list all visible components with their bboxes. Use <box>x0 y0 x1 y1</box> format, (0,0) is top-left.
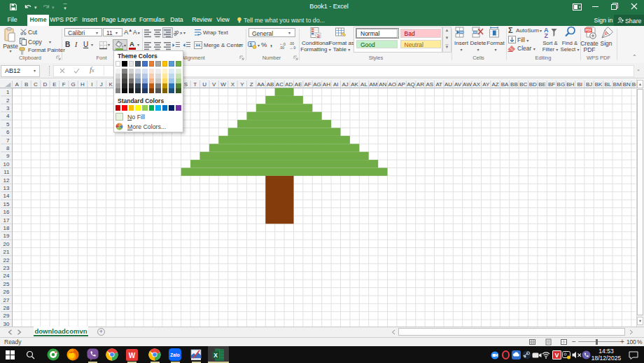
svg-text:10: 10 <box>4 161 10 167</box>
svg-text:20: 20 <box>4 241 10 247</box>
svg-text:V: V <box>554 352 559 359</box>
svg-text:17: 17 <box>4 217 10 224</box>
svg-text:8: 8 <box>6 145 10 151</box>
svg-text:BE: BE <box>538 81 546 88</box>
svg-text:Y: Y <box>240 81 244 88</box>
svg-text:2: 2 <box>6 97 10 104</box>
svg-text:F: F <box>62 81 66 88</box>
svg-text:BI: BI <box>577 81 582 88</box>
svg-text:A: A <box>15 81 20 88</box>
svg-text:AT: AT <box>435 81 442 88</box>
svg-text:18: 18 <box>4 225 10 231</box>
svg-text:7: 7 <box>6 137 10 144</box>
svg-text:K: K <box>109 81 113 88</box>
svg-text:AD: AD <box>285 81 293 88</box>
svg-text:21: 21 <box>4 249 10 255</box>
svg-text:AI: AI <box>333 81 339 88</box>
svg-text:PDF: PDF <box>585 29 592 32</box>
svg-text:J: J <box>100 81 103 88</box>
svg-text:AG: AG <box>313 81 321 88</box>
svg-text:BD: BD <box>529 81 537 88</box>
svg-text:BB: BB <box>510 81 518 88</box>
svg-text:U: U <box>202 81 206 88</box>
svg-text:AR: AR <box>416 81 424 88</box>
svg-text:AK: AK <box>351 81 358 88</box>
svg-text:AX: AX <box>472 81 480 88</box>
svg-text:BF: BF <box>548 81 555 88</box>
svg-text:Z: Z <box>250 81 253 88</box>
svg-text:14: 14 <box>4 193 10 199</box>
svg-text:AH: AH <box>323 81 330 88</box>
svg-text:24: 24 <box>4 273 10 279</box>
svg-text:AZ: AZ <box>491 81 498 88</box>
svg-text:→.0: →.0 <box>289 46 295 50</box>
svg-text:9: 9 <box>6 153 10 159</box>
svg-text:T: T <box>193 81 197 88</box>
svg-text:AY: AY <box>482 81 490 88</box>
svg-text:6: 6 <box>6 129 10 135</box>
svg-text:W: W <box>220 81 226 88</box>
svg-text:X: X <box>231 81 235 88</box>
svg-text:AP: AP <box>398 81 405 88</box>
svg-text:AS: AS <box>426 81 433 88</box>
svg-text:AC: AC <box>276 81 284 88</box>
svg-text:V: V <box>212 81 216 88</box>
svg-text:19: 19 <box>4 233 10 239</box>
svg-text:AB: AB <box>267 81 274 88</box>
svg-text:5: 5 <box>6 121 10 128</box>
svg-text:AV: AV <box>454 81 462 88</box>
svg-text:11: 11 <box>4 169 10 175</box>
svg-text:Zalo: Zalo <box>170 352 179 357</box>
svg-text:27: 27 <box>4 297 10 303</box>
svg-text:16: 16 <box>4 209 10 215</box>
svg-text:AO: AO <box>388 81 396 88</box>
svg-text:28: 28 <box>4 305 10 311</box>
svg-text:B: B <box>24 81 28 88</box>
svg-text:26: 26 <box>4 289 10 295</box>
svg-text:4: 4 <box>6 113 10 119</box>
svg-text:H: H <box>80 81 85 88</box>
svg-text:15: 15 <box>4 201 10 207</box>
svg-text:BN: BN <box>623 81 631 88</box>
svg-text:22: 22 <box>4 257 10 263</box>
svg-text:AA: AA <box>257 81 265 88</box>
svg-text:W: W <box>129 351 136 359</box>
svg-text:BH: BH <box>566 81 574 88</box>
svg-text:AU: AU <box>444 81 452 88</box>
svg-text:AJ: AJ <box>342 81 349 88</box>
svg-text:G: G <box>71 81 75 88</box>
svg-text:BG: BG <box>557 81 566 88</box>
svg-text:X: X <box>214 351 218 358</box>
svg-text:≩: ≩ <box>316 33 320 39</box>
svg-text:BL: BL <box>605 81 612 88</box>
svg-text:12: 12 <box>4 177 10 184</box>
svg-text:BJ: BJ <box>586 81 592 88</box>
svg-text:13: 13 <box>4 185 10 191</box>
svg-text:$: $ <box>250 42 253 47</box>
svg-text:1: 1 <box>6 89 10 95</box>
svg-text:E: E <box>52 81 56 88</box>
svg-text:AL: AL <box>360 81 368 88</box>
svg-text:AM: AM <box>369 81 377 88</box>
svg-text:BA: BA <box>501 81 509 88</box>
svg-text:AQ: AQ <box>407 81 415 88</box>
svg-text:AF: AF <box>304 81 311 88</box>
svg-text:3: 3 <box>6 105 10 111</box>
svg-text:AW: AW <box>463 81 472 88</box>
svg-text:BK: BK <box>595 81 603 88</box>
svg-text:29: 29 <box>4 313 10 319</box>
svg-text:.00: .00 <box>279 46 284 50</box>
svg-text:BC: BC <box>519 81 527 88</box>
svg-text:Z: Z <box>545 32 549 39</box>
svg-text:D: D <box>43 81 48 88</box>
svg-text:I: I <box>91 81 92 88</box>
svg-text:AN: AN <box>379 81 386 88</box>
svg-text:BM: BM <box>613 81 622 88</box>
svg-text:23: 23 <box>4 265 10 271</box>
svg-text:25: 25 <box>4 281 10 287</box>
svg-text:C: C <box>34 81 38 88</box>
svg-text:AE: AE <box>295 81 302 88</box>
